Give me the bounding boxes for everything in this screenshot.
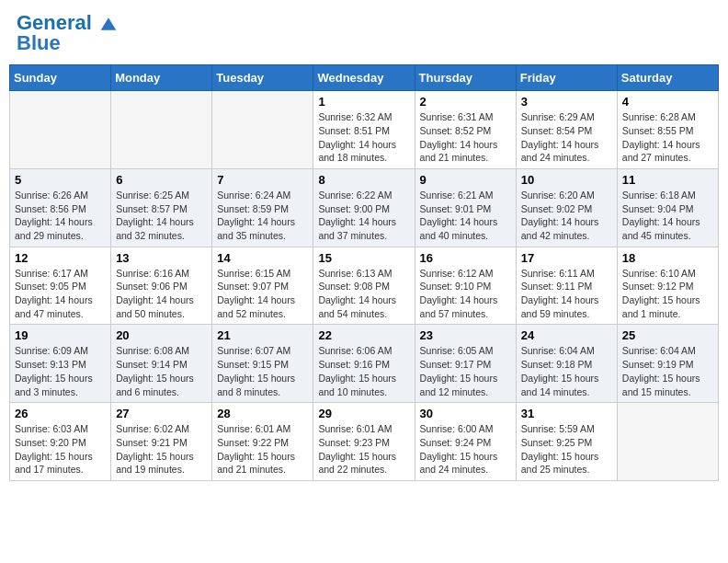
calendar-cell xyxy=(212,91,313,169)
calendar-cell: 2Sunrise: 6:31 AMSunset: 8:52 PMDaylight… xyxy=(415,91,516,169)
calendar-cell: 26Sunrise: 6:03 AMSunset: 9:20 PMDayligh… xyxy=(10,403,111,481)
calendar-cell: 31Sunrise: 5:59 AMSunset: 9:25 PMDayligh… xyxy=(516,403,617,481)
calendar-cell xyxy=(111,91,212,169)
calendar-cell: 6Sunrise: 6:25 AMSunset: 8:57 PMDaylight… xyxy=(111,168,212,247)
day-number: 17 xyxy=(521,251,612,265)
day-info: Sunrise: 6:00 AMSunset: 9:24 PMDaylight:… xyxy=(420,422,511,477)
day-info: Sunrise: 6:05 AMSunset: 9:17 PMDaylight:… xyxy=(420,344,511,398)
day-info: Sunrise: 6:01 AMSunset: 9:22 PMDaylight:… xyxy=(217,422,308,477)
day-number: 20 xyxy=(116,328,207,342)
day-number: 19 xyxy=(15,328,106,342)
calendar-week-row: 12Sunrise: 6:17 AMSunset: 9:05 PMDayligh… xyxy=(10,247,719,325)
calendar-week-row: 26Sunrise: 6:03 AMSunset: 9:20 PMDayligh… xyxy=(10,403,719,481)
calendar-week-row: 5Sunrise: 6:26 AMSunset: 8:56 PMDaylight… xyxy=(10,168,719,247)
day-number: 15 xyxy=(318,251,409,265)
day-info: Sunrise: 6:28 AMSunset: 8:55 PMDaylight:… xyxy=(622,110,713,165)
col-header-monday: Monday xyxy=(111,65,212,91)
calendar-cell: 20Sunrise: 6:08 AMSunset: 9:14 PMDayligh… xyxy=(111,325,212,403)
logo: General Blue xyxy=(17,13,118,53)
day-info: Sunrise: 6:15 AMSunset: 9:07 PMDaylight:… xyxy=(217,267,308,321)
day-info: Sunrise: 6:25 AMSunset: 8:57 PMDaylight:… xyxy=(116,189,207,243)
calendar-table: SundayMondayTuesdayWednesdayThursdayFrid… xyxy=(9,64,719,481)
day-info: Sunrise: 6:13 AMSunset: 9:08 PMDaylight:… xyxy=(318,267,409,321)
day-info: Sunrise: 6:26 AMSunset: 8:56 PMDaylight:… xyxy=(15,189,106,243)
day-info: Sunrise: 6:07 AMSunset: 9:15 PMDaylight:… xyxy=(217,344,308,398)
calendar-week-row: 19Sunrise: 6:09 AMSunset: 9:13 PMDayligh… xyxy=(10,325,719,403)
day-number: 27 xyxy=(116,407,207,420)
day-info: Sunrise: 6:04 AMSunset: 9:18 PMDaylight:… xyxy=(521,344,612,398)
day-number: 30 xyxy=(420,407,511,420)
day-info: Sunrise: 6:16 AMSunset: 9:06 PMDaylight:… xyxy=(116,267,207,321)
calendar-cell: 3Sunrise: 6:29 AMSunset: 8:54 PMDaylight… xyxy=(516,91,617,169)
day-info: Sunrise: 6:12 AMSunset: 9:10 PMDaylight:… xyxy=(420,267,511,321)
calendar-cell: 15Sunrise: 6:13 AMSunset: 9:08 PMDayligh… xyxy=(313,247,415,325)
day-info: Sunrise: 6:31 AMSunset: 8:52 PMDaylight:… xyxy=(420,110,511,165)
day-number: 10 xyxy=(521,173,612,187)
day-number: 2 xyxy=(420,95,511,109)
calendar-cell: 1Sunrise: 6:32 AMSunset: 8:51 PMDaylight… xyxy=(313,91,415,169)
day-info: Sunrise: 6:32 AMSunset: 8:51 PMDaylight:… xyxy=(318,110,409,165)
calendar-cell: 12Sunrise: 6:17 AMSunset: 9:05 PMDayligh… xyxy=(10,247,111,325)
calendar-cell: 10Sunrise: 6:20 AMSunset: 9:02 PMDayligh… xyxy=(516,168,617,247)
day-number: 7 xyxy=(217,173,308,187)
day-info: Sunrise: 6:01 AMSunset: 9:23 PMDaylight:… xyxy=(318,422,409,477)
calendar-cell: 21Sunrise: 6:07 AMSunset: 9:15 PMDayligh… xyxy=(212,325,313,403)
day-number: 22 xyxy=(318,328,409,342)
day-info: Sunrise: 6:09 AMSunset: 9:13 PMDaylight:… xyxy=(15,344,106,398)
svg-marker-0 xyxy=(101,18,117,30)
day-number: 3 xyxy=(521,95,612,109)
day-info: Sunrise: 6:10 AMSunset: 9:12 PMDaylight:… xyxy=(622,267,713,321)
col-header-tuesday: Tuesday xyxy=(212,65,313,91)
day-number: 4 xyxy=(622,95,713,109)
calendar-cell: 14Sunrise: 6:15 AMSunset: 9:07 PMDayligh… xyxy=(212,247,313,325)
calendar-cell xyxy=(10,91,111,169)
day-number: 8 xyxy=(318,173,409,187)
day-number: 16 xyxy=(420,251,511,265)
calendar-cell: 27Sunrise: 6:02 AMSunset: 9:21 PMDayligh… xyxy=(111,403,212,481)
day-number: 25 xyxy=(622,328,713,342)
calendar-cell: 4Sunrise: 6:28 AMSunset: 8:55 PMDaylight… xyxy=(617,91,718,169)
day-info: Sunrise: 6:04 AMSunset: 9:19 PMDaylight:… xyxy=(622,344,713,398)
day-info: Sunrise: 6:24 AMSunset: 8:59 PMDaylight:… xyxy=(217,189,308,243)
calendar-cell: 22Sunrise: 6:06 AMSunset: 9:16 PMDayligh… xyxy=(313,325,415,403)
calendar-cell: 18Sunrise: 6:10 AMSunset: 9:12 PMDayligh… xyxy=(617,247,718,325)
calendar-week-row: 1Sunrise: 6:32 AMSunset: 8:51 PMDaylight… xyxy=(10,91,719,169)
day-info: Sunrise: 6:18 AMSunset: 9:04 PMDaylight:… xyxy=(622,189,713,243)
day-info: Sunrise: 6:03 AMSunset: 9:20 PMDaylight:… xyxy=(15,422,106,477)
day-number: 28 xyxy=(217,407,308,420)
calendar-cell: 25Sunrise: 6:04 AMSunset: 9:19 PMDayligh… xyxy=(617,325,718,403)
calendar-header-row: SundayMondayTuesdayWednesdayThursdayFrid… xyxy=(10,65,719,91)
day-info: Sunrise: 6:17 AMSunset: 9:05 PMDaylight:… xyxy=(15,267,106,321)
calendar-cell: 19Sunrise: 6:09 AMSunset: 9:13 PMDayligh… xyxy=(10,325,111,403)
calendar-cell: 28Sunrise: 6:01 AMSunset: 9:22 PMDayligh… xyxy=(212,403,313,481)
col-header-wednesday: Wednesday xyxy=(313,65,415,91)
day-number: 5 xyxy=(15,173,106,187)
day-info: Sunrise: 6:06 AMSunset: 9:16 PMDaylight:… xyxy=(318,344,409,398)
calendar-cell xyxy=(617,403,718,481)
day-number: 29 xyxy=(318,407,409,420)
day-number: 23 xyxy=(420,328,511,342)
calendar-cell: 11Sunrise: 6:18 AMSunset: 9:04 PMDayligh… xyxy=(617,168,718,247)
day-number: 24 xyxy=(521,328,612,342)
day-info: Sunrise: 6:29 AMSunset: 8:54 PMDaylight:… xyxy=(521,110,612,165)
calendar-cell: 29Sunrise: 6:01 AMSunset: 9:23 PMDayligh… xyxy=(313,403,415,481)
day-info: Sunrise: 6:02 AMSunset: 9:21 PMDaylight:… xyxy=(116,422,207,477)
day-number: 26 xyxy=(15,407,106,420)
page-header: General Blue xyxy=(9,9,719,57)
col-header-saturday: Saturday xyxy=(617,65,718,91)
day-info: Sunrise: 5:59 AMSunset: 9:25 PMDaylight:… xyxy=(521,422,612,477)
col-header-sunday: Sunday xyxy=(10,65,111,91)
day-number: 13 xyxy=(116,251,207,265)
day-info: Sunrise: 6:20 AMSunset: 9:02 PMDaylight:… xyxy=(521,189,612,243)
day-info: Sunrise: 6:11 AMSunset: 9:11 PMDaylight:… xyxy=(521,267,612,321)
col-header-friday: Friday xyxy=(516,65,617,91)
day-number: 14 xyxy=(217,251,308,265)
calendar-cell: 17Sunrise: 6:11 AMSunset: 9:11 PMDayligh… xyxy=(516,247,617,325)
logo-blue: Blue xyxy=(17,33,118,53)
day-number: 12 xyxy=(15,251,106,265)
calendar-cell: 13Sunrise: 6:16 AMSunset: 9:06 PMDayligh… xyxy=(111,247,212,325)
day-number: 31 xyxy=(521,407,612,420)
calendar-cell: 24Sunrise: 6:04 AMSunset: 9:18 PMDayligh… xyxy=(516,325,617,403)
day-info: Sunrise: 6:22 AMSunset: 9:00 PMDaylight:… xyxy=(318,189,409,243)
col-header-thursday: Thursday xyxy=(415,65,516,91)
